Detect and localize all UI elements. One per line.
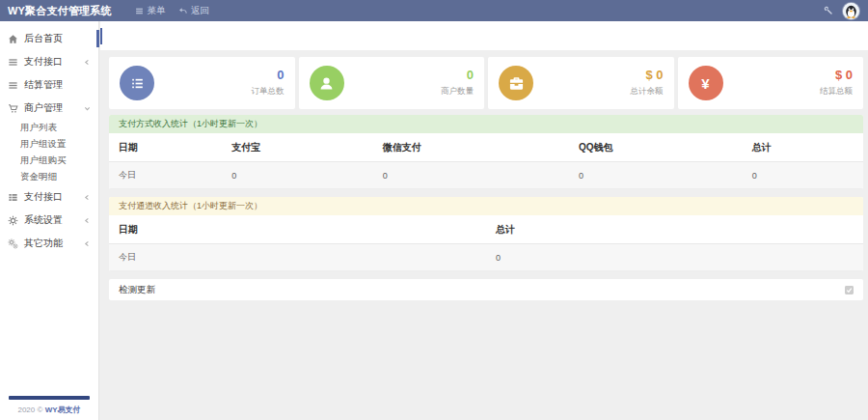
sidebar-subitem-label: 资金明细 [20, 171, 57, 183]
top-navbar: WY聚合支付管理系统 菜单 返回 [0, 0, 868, 21]
topbar-menu: 菜单 返回 [135, 5, 209, 17]
app-title: WY聚合支付管理系统 [0, 4, 112, 18]
chevron-left-icon [84, 59, 91, 66]
table-row: 今日 0 0 0 0 [109, 162, 863, 189]
home-icon [8, 34, 18, 44]
sidebar-item-label: 结算管理 [24, 78, 63, 92]
chevron-left-icon [84, 217, 91, 224]
cell-date: 今日 [109, 162, 222, 189]
app-window: WY聚合支付管理系统 菜单 返回 [0, 0, 868, 420]
tab-bar [100, 21, 868, 50]
order-list-icon [120, 66, 154, 100]
cell-wechat: 0 [373, 162, 569, 189]
sidebar-item-label: 其它功能 [24, 237, 63, 250]
list-icon [8, 80, 18, 91]
column-header-date: 日期 [109, 133, 222, 162]
column-header-total: 总计 [486, 215, 863, 244]
cell-total: 0 [743, 162, 863, 189]
column-header-date: 日期 [109, 215, 486, 244]
panel-title: 支付通道收入统计（1小时更新一次） [109, 197, 863, 215]
column-header-alipay: 支付宝 [222, 133, 372, 162]
sidebar-subitem-label: 用户组购买 [20, 154, 67, 167]
column-header-wechat: 微信支付 [373, 133, 569, 162]
main-content: 0 订单总数 0 商户数量 $ 0 总计余额 ¥ [100, 21, 868, 420]
footer-accent-bar [9, 396, 90, 400]
sidebar-subitem-usergroup-purchase[interactable]: 用户组购买 [0, 153, 98, 169]
stat-label: 订单总数 [252, 86, 285, 98]
sidebar-item-label: 系统设置 [24, 213, 63, 227]
stat-value: 0 [252, 69, 285, 82]
panel-title: 支付方式收入统计（1小时更新一次） [109, 115, 863, 133]
list-icon [8, 57, 18, 68]
sidebar: 后台首页 支付接口 结算管理 商户管理 用户列表 用户组设置 用户组购买 资金明… [0, 21, 99, 420]
chevron-left-icon [84, 194, 91, 201]
merchant-user-icon [310, 66, 344, 100]
stat-label: 商户数量 [441, 86, 474, 98]
check-update-panel: 检测更新 [109, 279, 863, 300]
cogs-icon [8, 238, 18, 249]
check-update-label: 检测更新 [119, 284, 155, 296]
copyright-year: 2020 © [17, 406, 42, 414]
payment-channel-stats-panel: 支付通道收入统计（1小时更新一次） 日期 总计 今日 0 [109, 197, 863, 271]
table-header-row: 日期 总计 [109, 215, 863, 244]
column-header-total: 总计 [743, 133, 863, 162]
menu-toggle-button[interactable]: 菜单 [135, 5, 166, 17]
briefcase-icon [499, 66, 533, 100]
cell-qq: 0 [569, 162, 743, 189]
sidebar-item-label: 支付接口 [24, 55, 63, 69]
stat-value: $ 0 [631, 69, 664, 82]
stat-label: 总计余额 [631, 86, 664, 98]
penguin-avatar-image [843, 3, 859, 19]
cell-total: 0 [486, 244, 863, 271]
cell-date: 今日 [109, 244, 486, 271]
table-header-row: 日期 支付宝 微信支付 QQ钱包 总计 [109, 133, 863, 162]
sidebar-item-payment-interface-2[interactable]: 支付接口 [0, 185, 98, 209]
sidebar-item-merchant-management[interactable]: 商户管理 [0, 97, 98, 120]
user-avatar[interactable] [843, 3, 859, 19]
sidebar-item-other-functions[interactable]: 其它功能 [0, 232, 98, 255]
yen-icon: ¥ [689, 66, 723, 100]
sidebar-item-label: 商户管理 [24, 101, 63, 115]
back-arrow-icon [178, 7, 187, 15]
sidebar-item-label: 后台首页 [24, 32, 63, 45]
stat-cards-row: 0 订单总数 0 商户数量 $ 0 总计余额 ¥ [109, 57, 863, 109]
sidebar-subitem-fund-details[interactable]: 资金明细 [0, 169, 98, 185]
wrench-icon[interactable] [823, 5, 834, 16]
sidebar-subitem-label: 用户列表 [20, 122, 57, 134]
cell-alipay: 0 [222, 162, 372, 189]
chevron-left-icon [84, 240, 91, 247]
back-button[interactable]: 返回 [178, 5, 209, 17]
th-list-icon [8, 192, 18, 203]
stat-value: 0 [441, 69, 474, 82]
sidebar-item-system-settings[interactable]: 系统设置 [0, 209, 98, 232]
payment-channel-table: 日期 总计 今日 0 [109, 215, 863, 271]
stat-value: $ 0 [820, 69, 853, 82]
copyright-brand-link[interactable]: WY易支付 [45, 406, 81, 414]
copyright-text: 2020 © WY易支付 [0, 405, 98, 415]
cart-icon [8, 103, 18, 114]
sidebar-item-home[interactable]: 后台首页 [0, 27, 98, 50]
stat-card-settlement: ¥ $ 0 结算总额 [678, 57, 864, 109]
sidebar-item-label: 支付接口 [24, 190, 63, 204]
menu-icon [135, 7, 144, 15]
stat-card-orders: 0 订单总数 [109, 57, 295, 109]
table-row: 今日 0 [109, 244, 863, 271]
back-button-label: 返回 [191, 5, 209, 17]
payment-method-table: 日期 支付宝 微信支付 QQ钱包 总计 今日 0 0 0 0 [109, 133, 863, 189]
topbar-right [823, 3, 868, 19]
sidebar-footer: 2020 © WY易支付 [0, 396, 98, 415]
column-header-qq: QQ钱包 [569, 133, 743, 162]
sidebar-subitem-user-list[interactable]: 用户列表 [0, 120, 98, 136]
stat-card-balance: $ 0 总计余额 [488, 57, 674, 109]
sidebar-item-payment-interface[interactable]: 支付接口 [0, 50, 98, 73]
gear-icon [8, 215, 18, 226]
stat-label: 结算总额 [820, 86, 853, 98]
payment-method-stats-panel: 支付方式收入统计（1小时更新一次） 日期 支付宝 微信支付 QQ钱包 总计 今日 [109, 115, 863, 189]
sidebar-subitem-label: 用户组设置 [20, 138, 67, 151]
checkbox-icon[interactable] [845, 286, 854, 294]
chevron-down-icon [84, 105, 91, 112]
menu-toggle-label: 菜单 [148, 5, 166, 17]
sidebar-subitem-usergroup-settings[interactable]: 用户组设置 [0, 136, 98, 153]
sidebar-item-settlement[interactable]: 结算管理 [0, 73, 98, 97]
stat-card-merchants: 0 商户数量 [299, 57, 485, 109]
